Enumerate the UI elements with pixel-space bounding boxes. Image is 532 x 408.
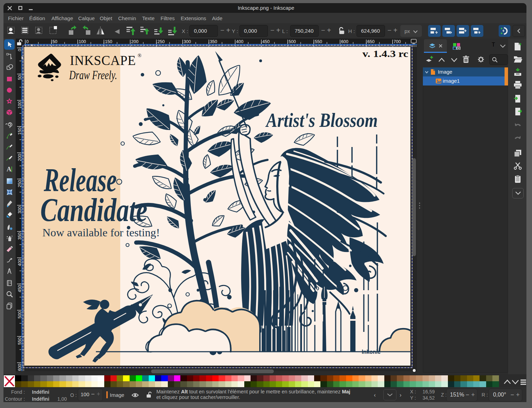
svg-text:700: 700 — [394, 39, 401, 44]
svg-text:650: 650 — [367, 39, 375, 44]
svg-text:250: 250 — [157, 39, 165, 44]
svg-text:A: A — [7, 165, 11, 173]
svg-text:150: 150 — [105, 39, 112, 44]
svg-text:550: 550 — [315, 39, 322, 44]
svg-text:600: 600 — [341, 39, 349, 44]
svg-text:200: 200 — [131, 39, 139, 44]
svg-text:450: 450 — [262, 39, 270, 44]
svg-text:100: 100 — [79, 39, 86, 44]
svg-text:0: 0 — [26, 39, 29, 44]
svg-text:500: 500 — [289, 39, 296, 44]
svg-text:50: 50 — [52, 39, 57, 44]
svg-text:350: 350 — [210, 39, 217, 44]
svg-text:400: 400 — [236, 39, 244, 44]
svg-text:300: 300 — [184, 39, 191, 44]
